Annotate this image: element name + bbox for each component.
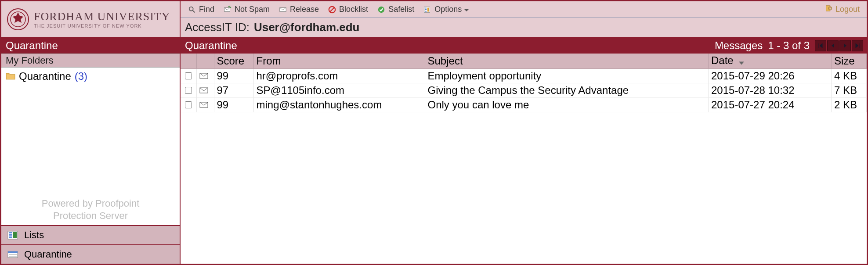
release-label: Release <box>290 5 319 14</box>
sidebar: Quarantine My Folders Quarantine (3) Pow… <box>1 38 181 264</box>
col-score[interactable]: Score <box>214 54 253 68</box>
cell-from: ming@stantonhughes.com <box>253 97 425 112</box>
quarantine-icon <box>7 250 18 259</box>
cell-date: 2015-07-29 20:26 <box>709 68 832 83</box>
not-spam-button[interactable]: Not Spam <box>220 4 273 15</box>
svg-rect-24 <box>9 254 17 255</box>
svg-rect-21 <box>13 232 17 238</box>
sidebar-nav-lists[interactable]: Lists <box>1 225 180 244</box>
lists-icon <box>7 230 18 240</box>
sidebar-title: Quarantine <box>1 38 180 54</box>
svg-rect-16 <box>830 7 831 8</box>
blocklist-button[interactable]: Blocklist <box>324 4 372 15</box>
message-table: Score From Subject Date Size 99 <box>181 54 867 112</box>
row-checkbox[interactable] <box>185 87 192 94</box>
access-id-label: AccessIT ID: <box>185 21 250 34</box>
row-checkbox[interactable] <box>185 101 192 108</box>
sidebar-folder-area: Quarantine (3) Powered by Proofpoint Pro… <box>1 68 180 225</box>
main-title: Quarantine <box>185 39 237 52</box>
access-id-bar: AccessIT ID: User@fordham.edu <box>181 18 867 37</box>
not-spam-label: Not Spam <box>235 5 270 14</box>
svg-point-2 <box>189 7 193 11</box>
sidebar-nav-quarantine[interactable]: Quarantine <box>1 244 180 264</box>
sidebar-nav-quarantine-label: Quarantine <box>24 249 72 260</box>
logout-button[interactable]: Logout <box>821 4 863 15</box>
cell-size: 7 KB <box>832 83 867 97</box>
sidebar-nav-lists-label: Lists <box>24 229 44 241</box>
toolbar: Find Not Spam Release <box>181 1 867 18</box>
cell-score: 97 <box>214 83 253 97</box>
options-label: Options <box>434 5 462 14</box>
svg-rect-12 <box>425 11 427 11</box>
col-date-label: Date <box>711 54 734 66</box>
main-header: Quarantine Messages 1 - 3 of 3 <box>181 38 867 54</box>
sidebar-myfolders-header: My Folders <box>1 54 180 68</box>
cell-size: 2 KB <box>832 97 867 112</box>
find-label: Find <box>199 5 214 14</box>
pager-label: Messages <box>715 39 763 52</box>
release-icon <box>278 5 287 14</box>
svg-rect-23 <box>8 251 18 253</box>
sidebar-folder-name: Quarantine <box>19 70 71 82</box>
table-row[interactable]: 99 hr@proprofs.com Employment opportunit… <box>181 68 867 83</box>
envelope-icon <box>196 68 214 83</box>
svg-rect-14 <box>826 6 830 11</box>
brand-title: FORDHAM UNIVERSITY <box>34 10 174 23</box>
powered-by-text: Powered by Proofpoint Protection Server <box>1 197 180 222</box>
sidebar-folder-count: (3) <box>75 70 87 82</box>
options-button[interactable]: Options <box>420 4 472 15</box>
svg-rect-11 <box>425 9 427 10</box>
blocklist-label: Blocklist <box>339 5 368 14</box>
pager-range: 1 - 3 of 3 <box>768 39 810 52</box>
pager-first-button[interactable] <box>815 40 826 51</box>
options-icon <box>423 5 432 14</box>
sidebar-folder-quarantine[interactable]: Quarantine (3) <box>6 70 175 82</box>
blocklist-icon <box>328 5 336 14</box>
brand-area: FORDHAM UNIVERSITY THE JESUIT UNIVERSITY… <box>1 1 181 38</box>
powered-by-line2: Protection Server <box>1 210 180 222</box>
col-checkbox[interactable] <box>181 54 196 68</box>
col-subject[interactable]: Subject <box>425 54 709 68</box>
access-id-value: User@fordham.edu <box>254 21 360 34</box>
pager-last-button[interactable] <box>852 40 863 51</box>
app-frame: FORDHAM UNIVERSITY THE JESUIT UNIVERSITY… <box>0 0 868 265</box>
col-size[interactable]: Size <box>832 54 867 68</box>
not-spam-icon <box>223 5 232 14</box>
chevron-down-icon <box>464 5 469 14</box>
envelope-icon <box>196 83 214 97</box>
safelist-label: Safelist <box>388 5 414 14</box>
release-button[interactable]: Release <box>275 4 322 15</box>
col-from[interactable]: From <box>253 54 425 68</box>
safelist-button[interactable]: Safelist <box>373 4 418 15</box>
svg-rect-25 <box>9 256 17 257</box>
logout-label: Logout <box>835 5 860 14</box>
search-icon <box>188 5 196 14</box>
svg-rect-19 <box>9 234 12 236</box>
safelist-icon <box>377 5 386 14</box>
cell-from: hr@proprofs.com <box>253 68 425 83</box>
brand-subtitle: THE JESUIT UNIVERSITY OF NEW YORK <box>34 23 174 29</box>
table-row[interactable]: 97 SP@1105info.com Giving the Campus the… <box>181 83 867 97</box>
svg-line-3 <box>193 10 195 12</box>
svg-rect-13 <box>427 7 429 11</box>
pager-next-button[interactable] <box>839 40 851 51</box>
svg-rect-18 <box>9 232 12 233</box>
envelope-icon <box>196 97 214 112</box>
col-date[interactable]: Date <box>709 54 832 68</box>
cell-date: 2015-07-28 10:32 <box>709 83 832 97</box>
cell-subject: Employment opportunity <box>425 68 709 83</box>
row-checkbox[interactable] <box>185 72 192 79</box>
pager-prev-button[interactable] <box>827 40 839 51</box>
cell-size: 4 KB <box>832 68 867 83</box>
cell-score: 99 <box>214 97 253 112</box>
cell-subject: Only you can love me <box>425 97 709 112</box>
cell-score: 99 <box>214 68 253 83</box>
table-row[interactable]: 99 ming@stantonhughes.com Only you can l… <box>181 97 867 112</box>
find-button[interactable]: Find <box>184 4 218 15</box>
cell-from: SP@1105info.com <box>253 83 425 97</box>
powered-by-line1: Powered by Proofpoint <box>1 197 180 210</box>
main-area: Quarantine Messages 1 - 3 of 3 <box>181 38 867 264</box>
folder-icon <box>6 70 15 82</box>
col-envelope[interactable] <box>196 54 214 68</box>
pager: Messages 1 - 3 of 3 <box>715 39 863 52</box>
